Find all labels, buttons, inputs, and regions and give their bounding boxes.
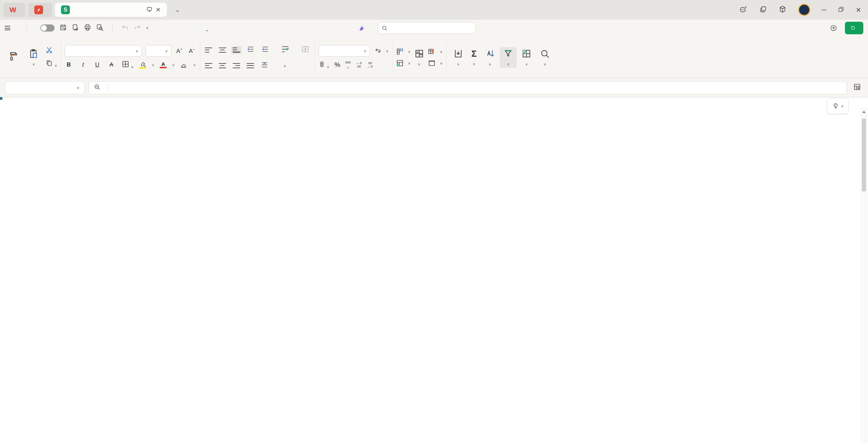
command-search-box[interactable] xyxy=(378,22,476,34)
wps-logo-icon: W xyxy=(9,6,16,14)
italic-button[interactable]: I xyxy=(79,61,88,68)
format-painter-button[interactable] xyxy=(5,50,22,65)
tab-formulas[interactable] xyxy=(248,24,249,32)
tab-membership[interactable] xyxy=(317,24,319,32)
align-bottom-icon[interactable] xyxy=(231,46,242,54)
decrease-indent-icon[interactable] xyxy=(245,44,256,56)
tab-view[interactable] xyxy=(290,24,291,32)
minimize-window-icon[interactable]: ─ xyxy=(822,6,826,14)
scroll-up-icon[interactable] xyxy=(862,111,866,113)
cloud-status[interactable] xyxy=(830,24,839,32)
formula-bar: ∨ xyxy=(0,78,868,97)
rows-columns-button[interactable]: ∨ xyxy=(396,48,411,56)
follow-mode-icon[interactable] xyxy=(146,6,153,14)
close-window-icon[interactable]: ✕ xyxy=(856,6,861,14)
window-titlebar: W S ✕ ⌄ ─ ✕ xyxy=(0,0,868,20)
tab-data[interactable] xyxy=(262,24,263,32)
tab-table-tools[interactable] xyxy=(345,24,347,32)
print-icon[interactable] xyxy=(84,24,91,33)
table-style-button[interactable]: ∨ xyxy=(428,48,443,56)
tab-efficiency[interactable] xyxy=(331,24,333,32)
sort-button[interactable]: ∨ xyxy=(481,47,498,68)
number-format-select[interactable]: ∨ xyxy=(319,45,370,57)
tab-tools[interactable] xyxy=(304,24,305,32)
distributed-icon[interactable] xyxy=(259,60,270,71)
tab-insert[interactable] xyxy=(220,24,221,32)
align-right-icon[interactable] xyxy=(231,62,242,70)
underline-button[interactable]: U xyxy=(93,61,102,68)
find-button[interactable]: ∨ xyxy=(536,47,553,68)
decrease-decimal-icon[interactable]: .00→.0 xyxy=(367,61,372,69)
align-top-icon[interactable] xyxy=(204,46,214,54)
cell-style-button[interactable]: ∨ xyxy=(428,59,443,67)
increase-decimal-icon[interactable]: ←.0.00 xyxy=(356,61,362,69)
cell-name-box[interactable]: ∨ xyxy=(5,81,84,94)
decrease-font-icon[interactable]: A− xyxy=(188,47,196,55)
name-box-chevron-icon[interactable]: ∨ xyxy=(77,86,79,90)
undo-icon[interactable] xyxy=(121,24,129,33)
tab-current-document[interactable]: S ✕ xyxy=(55,3,167,17)
worksheet-button[interactable]: ∨ xyxy=(396,59,411,67)
thousands-separator-icon[interactable]: 000, xyxy=(345,61,351,69)
filter-panel-icon[interactable] xyxy=(853,83,861,92)
percent-format-icon[interactable]: % xyxy=(334,61,340,69)
tab-wps-office[interactable]: W xyxy=(3,3,25,17)
ribbon-toolbar: ∨ ∨ ∨ ∨ A+ A− B I U A xyxy=(0,36,868,78)
freeze-button[interactable]: ∨ xyxy=(518,47,535,68)
align-left-icon[interactable] xyxy=(204,62,214,70)
user-avatar[interactable] xyxy=(798,4,810,16)
merge-cells-label[interactable]: ∨ xyxy=(284,63,286,68)
vertical-scrollbar[interactable] xyxy=(861,109,867,443)
eraser-button[interactable] xyxy=(180,62,188,68)
tab-list-chevron-icon[interactable]: ⌄ xyxy=(175,6,180,14)
restore-window-icon[interactable] xyxy=(838,6,844,14)
fill-color-button[interactable] xyxy=(139,61,146,69)
hamburger-icon xyxy=(5,26,10,30)
ribbon-tabs xyxy=(206,24,347,32)
formula-input-field[interactable] xyxy=(89,81,847,94)
fill-button[interactable]: ∨ xyxy=(450,47,467,68)
paste-button[interactable]: ∨ xyxy=(25,47,42,68)
font-color-button[interactable]: A xyxy=(160,61,167,68)
filter-button[interactable]: ∨ xyxy=(500,47,517,68)
save-icon[interactable] xyxy=(59,24,67,33)
spreadsheet-doc-icon: S xyxy=(61,5,70,14)
undo-redo-chevron-icon[interactable]: ∨ xyxy=(146,26,149,30)
sum-button[interactable]: Σ ∨ xyxy=(468,48,480,68)
tab-page[interactable] xyxy=(234,24,235,32)
copy-icon[interactable]: ∨ xyxy=(45,59,57,68)
convert-button[interactable]: ∨ xyxy=(374,47,389,55)
currency-format-icon[interactable]: ∨ xyxy=(319,60,330,70)
wps-ai-button[interactable] xyxy=(358,24,368,32)
justify-icon[interactable] xyxy=(245,62,255,70)
zoom-out-formula-icon[interactable] xyxy=(94,84,100,92)
conditional-format-button[interactable]: ∨ xyxy=(411,38,428,76)
increase-indent-icon[interactable] xyxy=(260,44,271,56)
tab-docer-templates[interactable] xyxy=(28,3,52,17)
align-middle-icon[interactable] xyxy=(217,46,228,54)
font-size-select[interactable]: ∨ xyxy=(146,45,171,57)
merge-cells-icon[interactable] xyxy=(299,43,311,56)
autosave-toggle[interactable] xyxy=(40,24,55,32)
bold-button[interactable]: B xyxy=(64,61,73,68)
align-center-icon[interactable] xyxy=(217,62,228,70)
wrap-text-icon[interactable] xyxy=(279,43,291,56)
tab-home[interactable] xyxy=(206,24,208,32)
ai-assistant-icon[interactable] xyxy=(739,5,748,15)
close-tab-icon[interactable]: ✕ xyxy=(156,6,161,14)
scrollbar-thumb[interactable] xyxy=(862,118,866,191)
strikethrough-button[interactable]: A xyxy=(107,61,116,68)
search-input[interactable] xyxy=(390,25,472,31)
borders-button[interactable]: ∨ xyxy=(121,60,134,70)
share-button[interactable] xyxy=(845,22,863,34)
redo-icon[interactable] xyxy=(134,24,141,33)
tab-review[interactable] xyxy=(276,24,277,32)
smart-suggestion-button[interactable]: ∨ xyxy=(827,98,849,114)
apps-cube-icon[interactable] xyxy=(778,5,787,15)
increase-font-icon[interactable]: A+ xyxy=(175,47,184,55)
export-pdf-icon[interactable] xyxy=(72,24,79,33)
print-preview-icon[interactable] xyxy=(96,24,103,33)
font-name-select[interactable]: ∨ xyxy=(64,45,142,57)
workspaces-icon[interactable] xyxy=(759,5,767,15)
cut-icon[interactable] xyxy=(45,47,57,55)
